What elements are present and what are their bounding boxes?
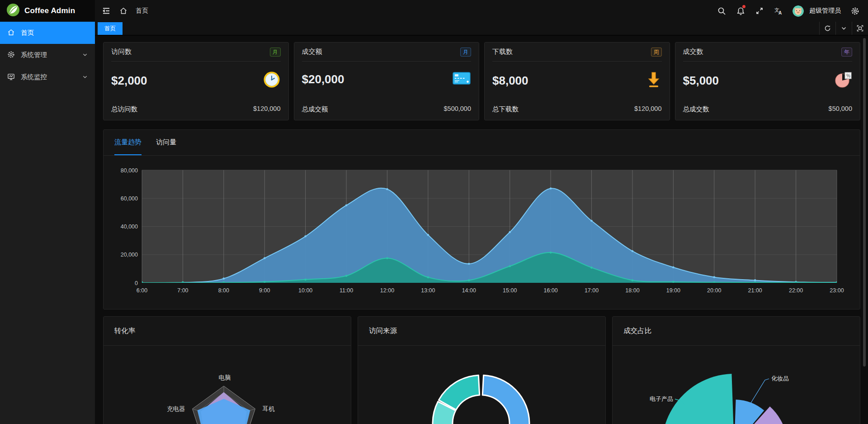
period-badge: 月 xyxy=(460,48,471,57)
period-badge: 年 xyxy=(841,48,852,57)
svg-text:60,000: 60,000 xyxy=(121,195,138,202)
bottom-card-title: 成交占比 xyxy=(613,317,860,346)
bottom-card-title: 转化率 xyxy=(104,317,351,346)
stat-card-header: 成交额月 xyxy=(302,43,472,62)
chevron-down-icon[interactable] xyxy=(835,22,852,35)
svg-text:16:00: 16:00 xyxy=(543,287,557,294)
period-badge: 月 xyxy=(270,48,281,57)
translate-icon[interactable]: 文 A xyxy=(774,6,783,16)
stat-cards-row: 访问数月$2,000总访问数$120,000成交额月$20,000总成交额$50… xyxy=(103,42,860,120)
chevron-down-icon xyxy=(82,74,88,81)
stat-value: $8,000 xyxy=(492,74,528,88)
logo-bar: Coffee Admin xyxy=(0,0,95,22)
stat-card-title: 成交额 xyxy=(302,48,322,56)
stat-footer-label: 总下载数 xyxy=(492,105,519,114)
svg-text:15:00: 15:00 xyxy=(503,287,517,294)
app-window: Coffee Admin 首页系统管理系统监控 首页 xyxy=(0,0,868,424)
svg-text:6:00: 6:00 xyxy=(137,287,147,294)
bottom-card-title: 访问来源 xyxy=(358,317,605,346)
svg-text:20,000: 20,000 xyxy=(121,252,138,258)
sidebar-menu: 首页系统管理系统监控 xyxy=(0,22,95,88)
stat-value: $2,000 xyxy=(111,74,147,88)
svg-text:9:00: 9:00 xyxy=(259,287,270,294)
trend-tab-0[interactable]: 流量趋势 xyxy=(114,130,142,155)
trend-tab-1[interactable]: 访问量 xyxy=(156,130,176,155)
notification-badge xyxy=(742,5,745,8)
avatar[interactable] xyxy=(793,5,804,17)
stat-value: $20,000 xyxy=(302,72,344,86)
card-icon xyxy=(452,71,471,88)
svg-text:充电器: 充电器 xyxy=(167,405,185,412)
stat-card-body: $8,000 xyxy=(492,71,662,91)
svg-text:19:00: 19:00 xyxy=(666,287,680,294)
monitor-icon xyxy=(7,73,15,82)
maximize-icon[interactable] xyxy=(852,22,868,35)
bottom-card-chart[interactable]: 化妆品电子产品 xyxy=(613,346,860,424)
breadcrumb-home-icon[interactable] xyxy=(118,6,128,16)
home-icon xyxy=(7,29,15,38)
stat-card-footer: 总成交额$500,000 xyxy=(302,105,472,120)
stat-card-footer: 总下载数$120,000 xyxy=(492,105,662,120)
sidebar: Coffee Admin 首页系统管理系统监控 xyxy=(0,0,95,424)
svg-text:10:00: 10:00 xyxy=(298,287,312,294)
svg-text:7:00: 7:00 xyxy=(177,287,188,294)
stat-card-header: 访问数月 xyxy=(111,43,281,62)
bottom-card-1: 访问来源 xyxy=(358,316,606,424)
stat-card-3[interactable]: 成交数年$5,000%总成交数$50,000 xyxy=(675,42,861,120)
stat-footer-label: 总成交额 xyxy=(302,105,328,114)
gear-icon[interactable] xyxy=(850,6,860,16)
stat-card-title: 访问数 xyxy=(111,48,132,56)
tabs-bar: 首页 xyxy=(95,22,868,36)
traffic-trend-chart[interactable]: 020,00040,00060,00080,0006:007:008:009:0… xyxy=(104,156,860,309)
bottom-card-2: 成交占比化妆品电子产品 xyxy=(612,316,860,424)
svg-text:18:00: 18:00 xyxy=(625,287,639,294)
stat-value: $5,000 xyxy=(683,74,719,88)
search-icon[interactable] xyxy=(717,6,726,16)
sidebar-item-label: 系统监控 xyxy=(21,73,47,81)
page-content: 访问数月$2,000总访问数$120,000成交额月$20,000总成交额$50… xyxy=(95,37,868,424)
bottom-card-chart[interactable] xyxy=(358,346,605,424)
fold-menu-icon[interactable] xyxy=(101,6,111,16)
stat-footer-value: $50,000 xyxy=(829,105,852,114)
svg-text:12:00: 12:00 xyxy=(380,287,394,294)
vertical-scrollbar[interactable] xyxy=(863,38,866,367)
trend-tabs: 流量趋势访问量 xyxy=(104,130,860,156)
svg-text:13:00: 13:00 xyxy=(421,287,435,294)
username[interactable]: 超级管理员 xyxy=(809,7,841,15)
stat-card-1[interactable]: 成交额月$20,000总成交额$500,000 xyxy=(294,42,480,120)
stat-card-title: 成交数 xyxy=(683,48,703,56)
svg-text:14:00: 14:00 xyxy=(462,287,476,294)
svg-text:40,000: 40,000 xyxy=(121,224,138,230)
svg-text:8:00: 8:00 xyxy=(218,287,229,294)
fullscreen-icon[interactable] xyxy=(755,6,764,16)
stat-card-0[interactable]: 访问数月$2,000总访问数$120,000 xyxy=(103,42,289,120)
sidebar-item-2[interactable]: 系统监控 xyxy=(0,66,95,88)
stat-card-2[interactable]: 下载数周$8,000总下载数$120,000 xyxy=(484,42,670,120)
clock-icon xyxy=(263,71,281,91)
svg-text:耳机: 耳机 xyxy=(262,405,275,412)
sidebar-item-1[interactable]: 系统管理 xyxy=(0,44,95,66)
sidebar-item-label: 首页 xyxy=(21,29,34,37)
download-icon xyxy=(646,71,662,91)
stat-footer-value: $120,000 xyxy=(253,105,280,114)
top-navbar: 首页 xyxy=(95,0,868,22)
stat-footer-value: $120,000 xyxy=(634,105,661,114)
gear-icon xyxy=(7,51,15,60)
stat-card-footer: 总成交数$50,000 xyxy=(683,105,853,120)
bell-icon[interactable] xyxy=(736,6,745,16)
svg-text:23:00: 23:00 xyxy=(830,287,844,294)
stat-footer-value: $500,000 xyxy=(444,105,471,114)
sidebar-item-0[interactable]: 首页 xyxy=(0,22,95,44)
sidebar-item-label: 系统管理 xyxy=(21,51,47,59)
svg-text:21:00: 21:00 xyxy=(748,287,762,294)
tab-controls xyxy=(819,22,868,35)
breadcrumb[interactable]: 首页 xyxy=(136,7,148,15)
svg-text:电子产品: 电子产品 xyxy=(650,395,673,402)
bottom-card-chart[interactable]: 电脑耳机充电器 xyxy=(104,346,351,424)
stat-card-header: 成交数年 xyxy=(683,43,853,62)
bottom-card-0: 转化率电脑耳机充电器 xyxy=(103,316,351,424)
refresh-icon[interactable] xyxy=(819,22,835,35)
stat-card-body: $2,000 xyxy=(111,71,281,91)
stat-footer-label: 总成交数 xyxy=(683,105,709,114)
tab-home[interactable]: 首页 xyxy=(98,22,123,35)
